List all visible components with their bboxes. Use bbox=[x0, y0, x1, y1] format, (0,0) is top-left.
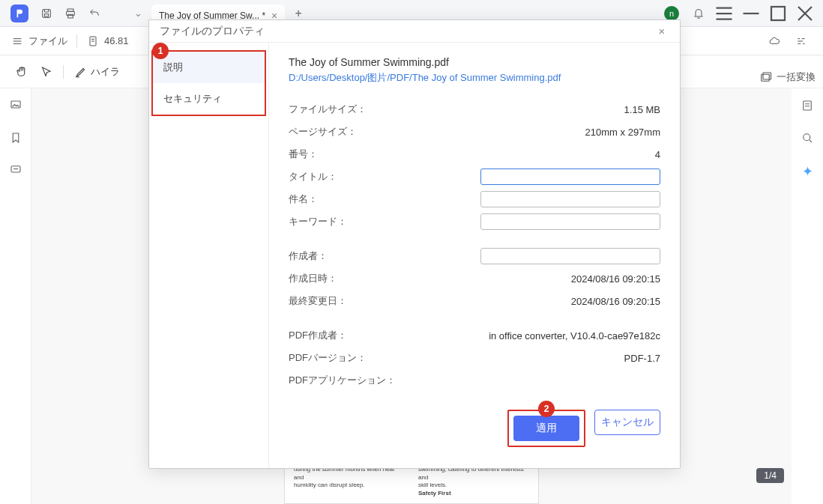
user-avatar[interactable]: n bbox=[664, 6, 679, 21]
maximize-button[interactable] bbox=[765, 3, 792, 24]
print-icon[interactable] bbox=[60, 3, 81, 24]
svg-rect-9 bbox=[804, 101, 812, 110]
zoom-value[interactable]: 46.81 bbox=[104, 35, 129, 46]
minimize-button[interactable] bbox=[738, 3, 765, 24]
paper-heading: Safety First bbox=[418, 490, 529, 497]
save-icon[interactable] bbox=[36, 3, 57, 24]
pages-value: 4 bbox=[655, 149, 660, 160]
hand-tool[interactable] bbox=[15, 65, 28, 79]
author-label: 作成者： bbox=[289, 249, 416, 263]
nav-security-tab[interactable]: セキュリティ bbox=[153, 83, 265, 115]
file-name: The Joy of Summer Swimming.pdf bbox=[289, 56, 660, 68]
svg-rect-4 bbox=[68, 14, 73, 18]
app-logo bbox=[10, 4, 28, 22]
properties-panel-icon[interactable] bbox=[801, 99, 814, 115]
callout-badge-2: 2 bbox=[538, 401, 555, 417]
highlight-tool[interactable]: ハイラ bbox=[74, 65, 120, 79]
title-input[interactable] bbox=[480, 168, 660, 185]
version-label: PDFバージョン： bbox=[289, 351, 416, 365]
right-panel-strip: ✦ bbox=[792, 88, 823, 504]
thumbnails-icon[interactable] bbox=[9, 99, 22, 115]
keywords-input[interactable] bbox=[480, 213, 660, 230]
cloud-icon[interactable] bbox=[768, 34, 781, 48]
producer-label: PDF作成者： bbox=[289, 329, 416, 342]
created-label: 作成日時： bbox=[289, 272, 416, 285]
bookmarks-icon[interactable] bbox=[9, 131, 22, 147]
highlight-label: ハイラ bbox=[91, 65, 120, 79]
pages-label: 番号： bbox=[289, 148, 416, 161]
file-menu[interactable]: ファイル bbox=[28, 34, 67, 48]
keywords-label: キーワード： bbox=[289, 215, 416, 228]
subject-input[interactable] bbox=[480, 191, 660, 207]
svg-rect-1 bbox=[44, 13, 48, 16]
toolbar-more-icon[interactable]: ⌄ bbox=[130, 7, 145, 19]
batch-convert-button[interactable]: 一括変換 bbox=[751, 67, 823, 87]
dialog-nav: 1 説明 セキュリティ bbox=[149, 43, 269, 468]
menu-icon[interactable] bbox=[711, 3, 738, 24]
apply-button[interactable]: 適用 bbox=[513, 416, 579, 441]
version-value: PDF-1.7 bbox=[624, 353, 660, 364]
callout-box-1: 1 説明 セキュリティ bbox=[151, 50, 266, 116]
paper-text: skill levels. bbox=[418, 482, 529, 489]
left-panel-strip bbox=[0, 88, 31, 504]
paper-text: humidity can disrupt sleep. bbox=[294, 482, 405, 489]
modified-value: 2024/08/16 09:20:15 bbox=[571, 296, 660, 307]
pagesize-value: 210mm x 297mm bbox=[585, 127, 660, 138]
close-window-button[interactable] bbox=[792, 3, 819, 24]
hamburger-icon[interactable] bbox=[10, 34, 24, 48]
dialog-close-button[interactable]: × bbox=[654, 24, 669, 39]
modified-label: 最終変更日： bbox=[289, 294, 416, 308]
file-properties-dialog: ファイルのプロパティ × 1 説明 セキュリティ The Joy of Summ… bbox=[148, 19, 681, 469]
created-value: 2024/08/16 09:20:15 bbox=[571, 273, 660, 285]
pagesize-label: ページサイズ： bbox=[289, 125, 416, 139]
bell-icon[interactable] bbox=[688, 3, 709, 24]
document-icon[interactable] bbox=[86, 34, 100, 48]
dialog-title: ファイルのプロパティ bbox=[160, 25, 265, 38]
svg-rect-12 bbox=[763, 73, 771, 79]
search-icon[interactable] bbox=[801, 131, 814, 147]
dialog-main: The Joy of Summer Swimming.pdf D:/Users/… bbox=[269, 43, 680, 468]
subject-label: 件名： bbox=[289, 192, 416, 206]
svg-rect-11 bbox=[762, 74, 770, 81]
title-label: タイトル： bbox=[289, 170, 416, 183]
filesize-label: ファイルサイズ： bbox=[289, 103, 416, 116]
page-indicator[interactable]: 1/4 bbox=[756, 468, 784, 483]
settings-lines-icon[interactable] bbox=[795, 34, 808, 48]
comments-icon[interactable] bbox=[9, 163, 22, 179]
dialog-footer: 2 適用 キャンセル bbox=[289, 404, 660, 458]
callout-box-2: 2 適用 bbox=[507, 410, 585, 447]
nav-description-tab[interactable]: 説明 bbox=[153, 52, 265, 83]
cancel-button[interactable]: キャンセル bbox=[594, 410, 660, 435]
application-label: PDFアプリケーション： bbox=[289, 374, 416, 387]
callout-badge-1: 1 bbox=[152, 43, 169, 59]
filesize-value: 1.15 MB bbox=[624, 104, 660, 115]
svg-rect-5 bbox=[771, 7, 785, 20]
batch-convert-label: 一括変換 bbox=[777, 70, 816, 84]
undo-icon[interactable] bbox=[84, 3, 105, 24]
select-tool[interactable] bbox=[39, 65, 52, 79]
dialog-header: ファイルのプロパティ × bbox=[149, 20, 680, 43]
producer-value: in office converter, V10.4.0-cae97e182c bbox=[489, 330, 660, 341]
svg-point-10 bbox=[804, 134, 810, 141]
ai-sparkle-icon[interactable]: ✦ bbox=[802, 163, 813, 180]
file-path-link[interactable]: D:/Users/Desktop/图片/PDF/The Joy of Summe… bbox=[289, 71, 660, 85]
author-input[interactable] bbox=[480, 248, 660, 264]
